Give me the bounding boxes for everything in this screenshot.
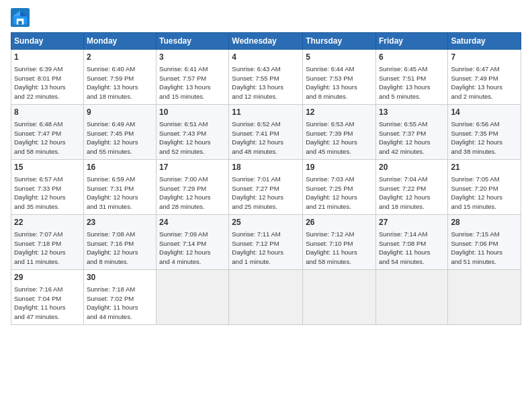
calendar-day-cell: 10Sunrise: 6:51 AM Sunset: 7:43 PM Dayli… (157, 105, 229, 160)
day-info: Sunrise: 7:07 AM Sunset: 7:18 PM Dayligh… (14, 230, 81, 267)
day-info: Sunrise: 6:59 AM Sunset: 7:31 PM Dayligh… (87, 175, 153, 212)
calendar-day-cell: 14Sunrise: 6:56 AM Sunset: 7:35 PM Dayli… (448, 105, 521, 160)
calendar-day-cell: 28Sunrise: 7:15 AM Sunset: 7:06 PM Dayli… (448, 215, 521, 270)
calendar-day-cell: 18Sunrise: 7:01 AM Sunset: 7:27 PM Dayli… (229, 160, 303, 215)
weekday-header: Wednesday (229, 33, 303, 50)
weekday-header: Saturday (448, 33, 521, 50)
calendar-day-cell: 1Sunrise: 6:39 AM Sunset: 8:01 PM Daylig… (11, 50, 84, 105)
calendar-day-cell (375, 270, 447, 325)
day-info: Sunrise: 6:49 AM Sunset: 7:45 PM Dayligh… (87, 120, 153, 156)
day-number: 4 (232, 52, 300, 63)
weekday-header: Sunday (11, 33, 84, 50)
calendar-day-cell: 20Sunrise: 7:04 AM Sunset: 7:22 PM Dayli… (375, 160, 447, 215)
calendar-day-cell (157, 270, 229, 325)
day-number: 20 (379, 162, 445, 173)
day-number: 30 (87, 272, 153, 283)
calendar-day-cell: 3Sunrise: 6:41 AM Sunset: 7:57 PM Daylig… (157, 50, 229, 105)
calendar-day-cell: 15Sunrise: 6:57 AM Sunset: 7:33 PM Dayli… (11, 160, 84, 215)
calendar-day-cell: 19Sunrise: 7:03 AM Sunset: 7:25 PM Dayli… (303, 160, 376, 215)
calendar-day-cell: 24Sunrise: 7:09 AM Sunset: 7:14 PM Dayli… (157, 215, 229, 270)
header (11, 8, 521, 27)
day-info: Sunrise: 6:47 AM Sunset: 7:49 PM Dayligh… (451, 64, 518, 101)
day-info: Sunrise: 6:45 AM Sunset: 7:51 PM Dayligh… (379, 64, 445, 101)
calendar-day-cell: 16Sunrise: 6:59 AM Sunset: 7:31 PM Dayli… (83, 160, 156, 215)
day-number: 25 (232, 217, 300, 228)
day-number: 12 (306, 107, 373, 118)
day-info: Sunrise: 6:52 AM Sunset: 7:41 PM Dayligh… (232, 120, 300, 156)
day-number: 3 (159, 52, 226, 63)
day-number: 26 (306, 217, 373, 228)
calendar-day-cell: 8Sunrise: 6:48 AM Sunset: 7:47 PM Daylig… (11, 105, 84, 160)
weekday-header: Monday (83, 33, 156, 50)
day-info: Sunrise: 6:53 AM Sunset: 7:39 PM Dayligh… (306, 120, 373, 156)
day-number: 22 (14, 217, 81, 228)
day-number: 18 (232, 162, 300, 173)
day-info: Sunrise: 6:44 AM Sunset: 7:53 PM Dayligh… (306, 64, 373, 101)
day-info: Sunrise: 7:12 AM Sunset: 7:10 PM Dayligh… (306, 230, 373, 267)
weekday-header: Thursday (303, 33, 376, 50)
day-number: 7 (451, 52, 518, 63)
day-number: 10 (159, 107, 226, 118)
day-number: 23 (87, 217, 153, 228)
day-number: 13 (379, 107, 445, 118)
day-info: Sunrise: 7:01 AM Sunset: 7:27 PM Dayligh… (232, 175, 300, 212)
calendar-day-cell (303, 270, 376, 325)
svg-rect-5 (18, 21, 21, 24)
day-number: 29 (14, 272, 81, 283)
calendar-day-cell: 11Sunrise: 6:52 AM Sunset: 7:41 PM Dayli… (229, 105, 303, 160)
day-info: Sunrise: 7:00 AM Sunset: 7:29 PM Dayligh… (159, 175, 226, 212)
day-info: Sunrise: 6:39 AM Sunset: 8:01 PM Dayligh… (14, 64, 81, 101)
day-info: Sunrise: 7:03 AM Sunset: 7:25 PM Dayligh… (306, 175, 373, 212)
day-number: 2 (87, 52, 153, 63)
day-number: 1 (14, 52, 81, 63)
day-info: Sunrise: 7:08 AM Sunset: 7:16 PM Dayligh… (87, 230, 153, 267)
day-info: Sunrise: 6:48 AM Sunset: 7:47 PM Dayligh… (14, 120, 81, 156)
day-info: Sunrise: 6:51 AM Sunset: 7:43 PM Dayligh… (159, 120, 226, 156)
day-info: Sunrise: 7:14 AM Sunset: 7:08 PM Dayligh… (379, 230, 445, 267)
calendar-day-cell: 22Sunrise: 7:07 AM Sunset: 7:18 PM Dayli… (11, 215, 84, 270)
calendar-day-cell: 29Sunrise: 7:16 AM Sunset: 7:04 PM Dayli… (11, 270, 84, 325)
day-number: 15 (14, 162, 81, 173)
calendar-day-cell: 5Sunrise: 6:44 AM Sunset: 7:53 PM Daylig… (303, 50, 376, 105)
calendar-day-cell: 27Sunrise: 7:14 AM Sunset: 7:08 PM Dayli… (375, 215, 447, 270)
calendar-day-cell: 2Sunrise: 6:40 AM Sunset: 7:59 PM Daylig… (83, 50, 156, 105)
day-info: Sunrise: 7:11 AM Sunset: 7:12 PM Dayligh… (232, 230, 300, 267)
day-info: Sunrise: 6:43 AM Sunset: 7:55 PM Dayligh… (232, 64, 300, 101)
day-number: 28 (451, 217, 518, 228)
day-number: 21 (451, 162, 518, 173)
day-info: Sunrise: 7:18 AM Sunset: 7:02 PM Dayligh… (87, 285, 153, 322)
calendar-day-cell: 26Sunrise: 7:12 AM Sunset: 7:10 PM Dayli… (303, 215, 376, 270)
page: SundayMondayTuesdayWednesdayThursdayFrid… (0, 0, 532, 332)
calendar-day-cell: 9Sunrise: 6:49 AM Sunset: 7:45 PM Daylig… (83, 105, 156, 160)
calendar-day-cell: 13Sunrise: 6:55 AM Sunset: 7:37 PM Dayli… (375, 105, 447, 160)
day-info: Sunrise: 7:16 AM Sunset: 7:04 PM Dayligh… (14, 285, 81, 322)
day-number: 27 (379, 217, 445, 228)
day-info: Sunrise: 6:56 AM Sunset: 7:35 PM Dayligh… (451, 120, 518, 156)
day-number: 11 (232, 107, 300, 118)
day-info: Sunrise: 7:15 AM Sunset: 7:06 PM Dayligh… (451, 230, 518, 267)
header-row: SundayMondayTuesdayWednesdayThursdayFrid… (11, 33, 521, 50)
weekday-header: Tuesday (157, 33, 229, 50)
day-info: Sunrise: 6:41 AM Sunset: 7:57 PM Dayligh… (159, 64, 226, 101)
calendar-day-cell: 12Sunrise: 6:53 AM Sunset: 7:39 PM Dayli… (303, 105, 376, 160)
calendar-day-cell: 30Sunrise: 7:18 AM Sunset: 7:02 PM Dayli… (83, 270, 156, 325)
calendar-day-cell: 21Sunrise: 7:05 AM Sunset: 7:20 PM Dayli… (448, 160, 521, 215)
day-info: Sunrise: 7:05 AM Sunset: 7:20 PM Dayligh… (451, 175, 518, 212)
calendar-day-cell: 25Sunrise: 7:11 AM Sunset: 7:12 PM Dayli… (229, 215, 303, 270)
day-info: Sunrise: 6:55 AM Sunset: 7:37 PM Dayligh… (379, 120, 445, 156)
logo-icon (11, 8, 30, 27)
calendar-day-cell: 7Sunrise: 6:47 AM Sunset: 7:49 PM Daylig… (448, 50, 521, 105)
day-number: 5 (306, 52, 373, 63)
calendar-day-cell: 23Sunrise: 7:08 AM Sunset: 7:16 PM Dayli… (83, 215, 156, 270)
calendar-day-cell: 6Sunrise: 6:45 AM Sunset: 7:51 PM Daylig… (375, 50, 447, 105)
day-info: Sunrise: 7:09 AM Sunset: 7:14 PM Dayligh… (159, 230, 226, 267)
logo (11, 8, 32, 27)
day-number: 19 (306, 162, 373, 173)
day-info: Sunrise: 7:04 AM Sunset: 7:22 PM Dayligh… (379, 175, 445, 212)
calendar-week-row: 8Sunrise: 6:48 AM Sunset: 7:47 PM Daylig… (11, 105, 521, 160)
calendar-day-cell (229, 270, 303, 325)
day-number: 17 (159, 162, 226, 173)
calendar-week-row: 15Sunrise: 6:57 AM Sunset: 7:33 PM Dayli… (11, 160, 521, 215)
calendar-week-row: 1Sunrise: 6:39 AM Sunset: 8:01 PM Daylig… (11, 50, 521, 105)
day-number: 24 (159, 217, 226, 228)
